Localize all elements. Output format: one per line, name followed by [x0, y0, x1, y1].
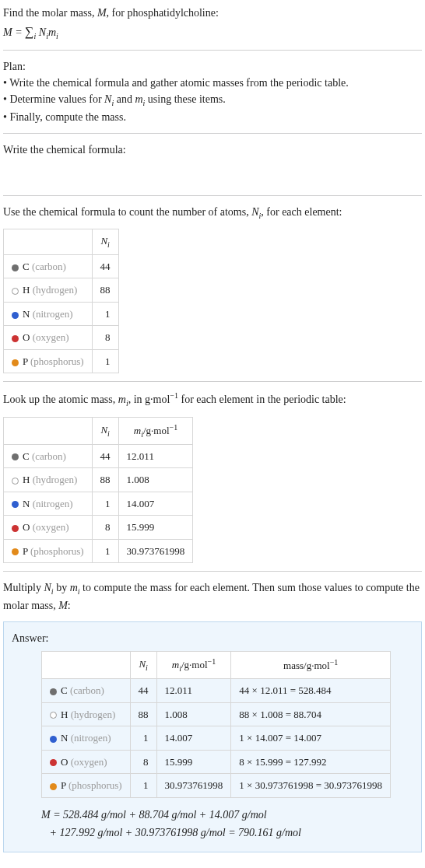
mi-cell: 12.011: [156, 679, 231, 703]
mi-cell: 15.999: [118, 516, 193, 540]
answer-box: Answer: Ni mi/g·mol−1 mass/g·mol−1 C (ca…: [3, 621, 422, 852]
mi-cell: 30.973761998: [156, 774, 231, 798]
divider: [3, 50, 422, 51]
mi-cell: 14.007: [118, 492, 193, 516]
ni-cell: 1: [130, 726, 156, 751]
table-row: P (phosphorus)130.9737619981 × 30.973761…: [42, 774, 391, 798]
atom-count-table: Ni C (carbon)44H (hydrogen)88N (nitrogen…: [3, 229, 119, 373]
table-row: O (oxygen)815.999: [4, 516, 193, 540]
ni-cell: 1: [130, 774, 156, 798]
answer-eq-line2: + 127.992 g/mol + 30.973761998 g/mol = 7…: [50, 827, 302, 838]
header-ni: Ni: [92, 417, 118, 444]
mass-cell: 1 × 14.007 = 14.007: [231, 726, 391, 751]
plan-heading: Plan:: [3, 58, 422, 75]
table-row: H (hydrogen)881.008: [4, 468, 193, 492]
intro-block: Find the molar mass, M, for phosphatidyl…: [3, 5, 422, 42]
ni-cell: 1: [92, 302, 118, 326]
element-cell: N (nitrogen): [4, 302, 93, 326]
answer-label: Answer:: [12, 630, 413, 646]
mass-cell: 1 × 30.973761998 = 30.973761998: [231, 774, 391, 798]
header-ni: Ni: [92, 229, 118, 255]
mi-cell: 1.008: [118, 468, 193, 492]
ni-cell: 88: [130, 702, 156, 726]
table-row: P (phosphorus)1: [4, 349, 119, 373]
header-blank: [4, 229, 93, 255]
mi-cell: 1.008: [156, 702, 231, 726]
answer-table: Ni mi/g·mol−1 mass/g·mol−1 C (carbon)441…: [41, 651, 391, 797]
plan-block: Plan: • Write the chemical formula and g…: [3, 58, 422, 125]
step-count-atoms: Use the chemical formula to count the nu…: [3, 204, 422, 222]
table-row: C (carbon)4412.01144 × 12.011 = 528.484: [42, 679, 391, 703]
intro-text: Find the molar mass, M, for phosphatidyl…: [3, 5, 422, 21]
formula-placeholder: [3, 166, 422, 187]
ni-cell: 8: [130, 750, 156, 774]
table-row: N (nitrogen)114.007: [4, 492, 193, 516]
header-blank: [4, 417, 93, 444]
ni-cell: 44: [92, 444, 118, 468]
table-header-row: Ni mi/g·mol−1 mass/g·mol−1: [42, 652, 391, 679]
mass-cell: 8 × 15.999 = 127.992: [231, 750, 391, 774]
ni-cell: 44: [92, 254, 118, 278]
mi-cell: 30.973761998: [118, 539, 193, 563]
table-row: P (phosphorus)130.973761998: [4, 539, 193, 563]
step-lookup-mass: Look up the atomic mass, mi, in g·mol−1 …: [3, 390, 422, 408]
element-cell: O (oxygen): [42, 750, 131, 774]
mi-cell: 12.011: [118, 444, 193, 468]
answer-eq-line1: M = 528.484 g/mol + 88.704 g/mol + 14.00…: [41, 809, 267, 821]
plan-item-text: Finally, compute the mass.: [9, 111, 126, 123]
divider: [3, 195, 422, 196]
mass-cell: 88 × 1.008 = 88.704: [231, 702, 391, 726]
element-cell: P (phosphorus): [4, 349, 93, 373]
table-row: H (hydrogen)881.00888 × 1.008 = 88.704: [42, 702, 391, 726]
table-row: O (oxygen)815.9998 × 15.999 = 127.992: [42, 750, 391, 774]
divider: [3, 133, 422, 134]
ni-cell: 8: [92, 326, 118, 350]
element-cell: C (carbon): [4, 444, 93, 468]
element-cell: N (nitrogen): [4, 492, 93, 516]
element-cell: H (hydrogen): [4, 278, 93, 303]
table-row: O (oxygen)8: [4, 326, 119, 350]
plan-item: • Write the chemical formula and gather …: [3, 75, 422, 91]
molar-mass-formula: M = ∑i Nimi: [3, 23, 422, 42]
element-cell: C (carbon): [42, 679, 131, 703]
element-cell: P (phosphorus): [4, 539, 93, 563]
mi-cell: 14.007: [156, 726, 231, 751]
table-row: C (carbon)44: [4, 254, 119, 278]
ni-cell: 1: [92, 492, 118, 516]
element-cell: N (nitrogen): [42, 726, 131, 751]
plan-item: • Finally, compute the mass.: [3, 109, 422, 125]
ni-cell: 1: [92, 349, 118, 373]
header-ni: Ni: [130, 652, 156, 679]
table-row: H (hydrogen)88: [4, 278, 119, 303]
header-mi: mi/g·mol−1: [118, 417, 193, 444]
ni-cell: 88: [92, 278, 118, 303]
element-cell: O (oxygen): [4, 516, 93, 540]
header-mass: mass/g·mol−1: [231, 652, 391, 679]
mi-cell: 15.999: [156, 750, 231, 774]
element-cell: P (phosphorus): [42, 774, 131, 798]
ni-cell: 44: [130, 679, 156, 703]
plan-item-text: Write the chemical formula and gather at…: [9, 77, 349, 89]
ni-cell: 8: [92, 516, 118, 540]
divider: [3, 381, 422, 382]
header-mi: mi/g·mol−1: [156, 652, 231, 679]
divider: [3, 571, 422, 572]
mass-cell: 44 × 12.011 = 528.484: [231, 679, 391, 703]
step-write-formula: Write the chemical formula:: [3, 142, 422, 158]
answer-equation: M = 528.484 g/mol + 88.704 g/mol + 14.00…: [41, 806, 413, 843]
element-cell: C (carbon): [4, 254, 93, 278]
step-multiply: Multiply Ni by mi to compute the mass fo…: [3, 579, 422, 614]
ni-cell: 88: [92, 468, 118, 492]
table-header-row: Ni mi/g·mol−1: [4, 417, 193, 444]
plan-item: • Determine values for Ni and mi using t…: [3, 91, 422, 109]
header-blank: [42, 652, 131, 679]
table-row: N (nitrogen)1: [4, 302, 119, 326]
element-cell: H (hydrogen): [42, 702, 131, 726]
table-header-row: Ni: [4, 229, 119, 255]
element-cell: H (hydrogen): [4, 468, 93, 492]
atomic-mass-table: Ni mi/g·mol−1 C (carbon)4412.011H (hydro…: [3, 417, 193, 563]
ni-cell: 1: [92, 539, 118, 563]
table-row: C (carbon)4412.011: [4, 444, 193, 468]
table-row: N (nitrogen)114.0071 × 14.007 = 14.007: [42, 726, 391, 751]
element-cell: O (oxygen): [4, 326, 93, 350]
